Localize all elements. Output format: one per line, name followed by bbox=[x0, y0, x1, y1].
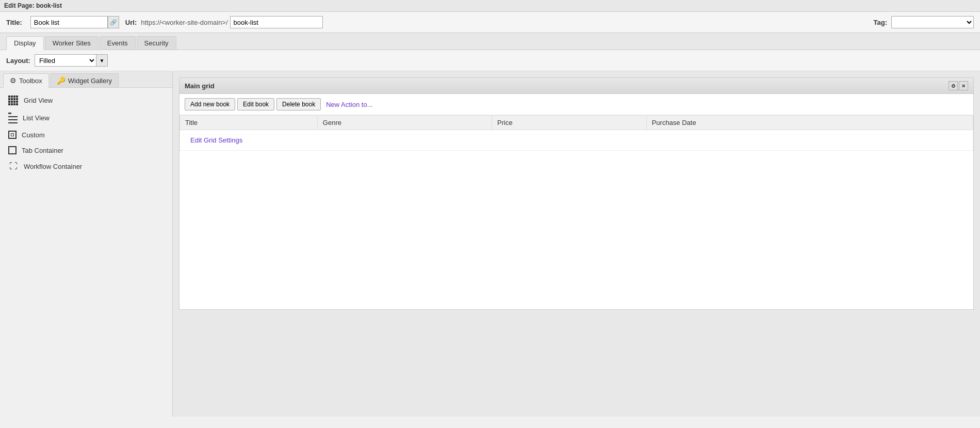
widget-close-button[interactable]: ✕ bbox=[959, 81, 968, 90]
toolbox-item-workflow-container[interactable]: ⛶ Workflow Container bbox=[4, 159, 168, 173]
add-new-book-button[interactable]: Add new book bbox=[185, 98, 235, 110]
tab-container-label: Tab Container bbox=[22, 147, 63, 154]
title-label: Title: bbox=[6, 19, 22, 26]
panel-tab-toolbox[interactable]: ⚙ Toolbox bbox=[3, 73, 49, 88]
tag-label: Tag: bbox=[874, 19, 887, 26]
tag-section: Tag: bbox=[874, 16, 974, 28]
url-section: Url: https://<worker-site-domain>/ bbox=[125, 16, 323, 28]
title-icon-button[interactable]: 🔗 bbox=[108, 16, 119, 28]
top-form: Title: 🔗 Url: https://<worker-site-domai… bbox=[0, 12, 980, 33]
custom-label: Custom bbox=[22, 131, 45, 139]
tab-display[interactable]: Display bbox=[6, 36, 44, 50]
toolbox-items: Grid View List View Custom Tab bbox=[0, 88, 172, 179]
toolbox-item-list-view[interactable]: List View bbox=[4, 110, 168, 126]
tab-events[interactable]: Events bbox=[100, 36, 136, 50]
grid-view-label: Grid View bbox=[24, 97, 53, 104]
layout-row: Layout: Filled ▼ bbox=[0, 50, 980, 71]
url-input[interactable] bbox=[230, 16, 323, 28]
grid-table: Title Genre Price Purchase Date Edit Gri… bbox=[179, 115, 973, 151]
tab-security[interactable]: Security bbox=[137, 36, 176, 50]
url-prefix: https://<worker-site-domain>/ bbox=[141, 19, 227, 26]
col-genre: Genre bbox=[317, 116, 492, 130]
layout-label: Layout: bbox=[6, 57, 30, 65]
layout-select[interactable]: Filled bbox=[35, 54, 96, 67]
toolbox-item-custom[interactable]: Custom bbox=[4, 128, 168, 141]
action-buttons: Add new book Edit book Delete book New A… bbox=[179, 94, 973, 115]
content-area: ⚙ Toolbox 🔑 Widget Gallery Grid View bbox=[0, 71, 980, 417]
edit-book-button[interactable]: Edit book bbox=[237, 98, 274, 110]
title-input-wrap: 🔗 bbox=[30, 16, 119, 28]
grid-view-icon bbox=[8, 96, 19, 105]
new-action-link[interactable]: New Action to... bbox=[326, 101, 372, 108]
toolbox-item-tab-container[interactable]: Tab Container bbox=[4, 144, 168, 157]
workflow-container-label: Workflow Container bbox=[24, 163, 82, 170]
tabs-row: Display Worker Sites Events Security bbox=[0, 33, 980, 50]
tab-worker-sites[interactable]: Worker Sites bbox=[45, 36, 99, 50]
layout-dropdown-button[interactable]: ▼ bbox=[96, 54, 108, 67]
right-panel: Main grid ⚙ ✕ Add new book Edit book Del… bbox=[173, 71, 980, 417]
title-input[interactable] bbox=[30, 16, 108, 28]
list-view-label: List View bbox=[23, 114, 50, 122]
custom-icon bbox=[8, 131, 17, 139]
panel-tab-toolbox-label: Toolbox bbox=[19, 77, 42, 85]
workflow-container-icon: ⛶ bbox=[8, 162, 19, 171]
toolbox-item-grid-view[interactable]: Grid View bbox=[4, 93, 168, 108]
col-purchase-date: Purchase Date bbox=[646, 116, 973, 130]
toolbox-icon: ⚙ bbox=[10, 76, 17, 85]
widget-settings-button[interactable]: ⚙ bbox=[949, 81, 958, 90]
edit-grid-settings-link[interactable]: Edit Grid Settings bbox=[185, 133, 248, 147]
url-label: Url: bbox=[125, 19, 137, 26]
panel-tabs: ⚙ Toolbox 🔑 Widget Gallery bbox=[0, 71, 172, 88]
tag-select[interactable] bbox=[891, 16, 974, 28]
widget-controls: ⚙ ✕ bbox=[949, 81, 968, 90]
panel-tab-widget-gallery[interactable]: 🔑 Widget Gallery bbox=[50, 73, 119, 87]
widget-title: Main grid bbox=[185, 82, 215, 90]
panel-tab-widget-gallery-label: Widget Gallery bbox=[68, 77, 112, 85]
title-bar-text: Edit Page: book-list bbox=[4, 2, 62, 9]
list-view-icon bbox=[8, 113, 18, 123]
widget-container: Main grid ⚙ ✕ Add new book Edit book Del… bbox=[179, 77, 974, 310]
widget-gallery-icon: 🔑 bbox=[57, 76, 66, 85]
col-price: Price bbox=[492, 116, 647, 130]
layout-select-wrap: Filled ▼ bbox=[35, 54, 108, 67]
edit-grid-settings-cell: Edit Grid Settings bbox=[180, 130, 973, 151]
tag-select-wrap bbox=[891, 16, 974, 28]
widget-header: Main grid ⚙ ✕ bbox=[179, 78, 973, 94]
title-bar: Edit Page: book-list bbox=[0, 0, 980, 12]
delete-book-button[interactable]: Delete book bbox=[276, 98, 321, 110]
col-title: Title bbox=[180, 116, 318, 130]
tab-container-icon bbox=[8, 146, 17, 154]
left-panel: ⚙ Toolbox 🔑 Widget Gallery Grid View bbox=[0, 71, 173, 417]
